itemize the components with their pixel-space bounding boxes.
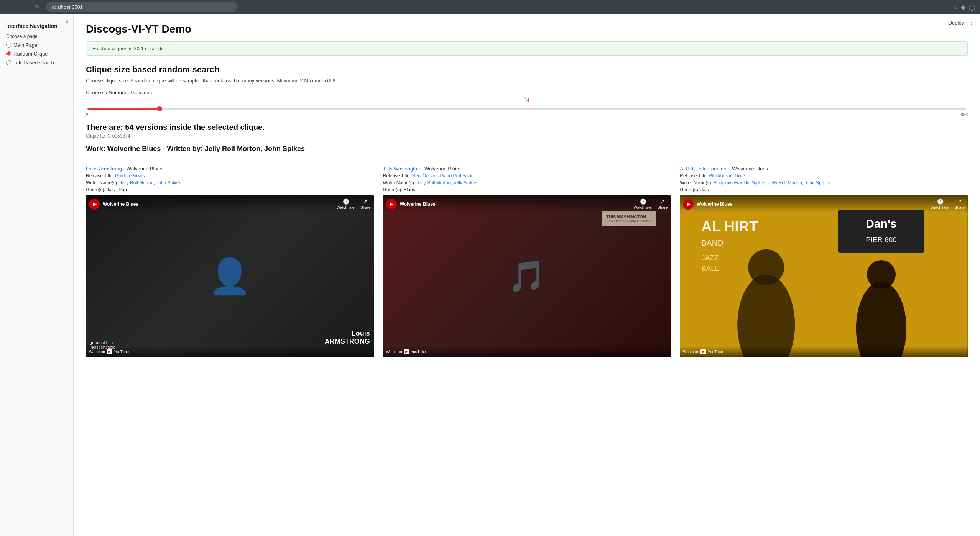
title-search-label: Title based search bbox=[13, 60, 54, 66]
card-2-genres: Genre(s): Blues bbox=[383, 187, 671, 192]
main-page-label: Main Page bbox=[13, 42, 37, 48]
sidebar-choose-label: Choose a page: bbox=[6, 34, 67, 39]
svg-rect-5 bbox=[838, 210, 924, 253]
random-clique-radio[interactable] bbox=[6, 51, 11, 56]
card-2-artist-link[interactable]: Tuts Washington bbox=[383, 166, 420, 172]
card-1-genres: Genre(s): Jazz, Pop bbox=[86, 187, 374, 192]
success-banner: Fetched cliques in 30.1 seconds. bbox=[86, 41, 968, 56]
deploy-button[interactable]: Deploy bbox=[945, 18, 967, 27]
card-2-artist: Tuts Washington - Wolverine Blues bbox=[383, 166, 671, 172]
card-3-watch-later-btn[interactable]: 🕐 Watch later bbox=[931, 198, 950, 210]
card-2-video-actions: 🕐 Watch later ↗ Share bbox=[633, 198, 668, 210]
yt-text: YouTube bbox=[114, 350, 129, 354]
watch-on-label-3: Watch on bbox=[683, 350, 699, 354]
deploy-bar: Deploy ⋮ bbox=[945, 18, 974, 27]
card-1-video-bottom: Watch on ▶ YouTube bbox=[86, 346, 374, 357]
card-1-release-link[interactable]: Golden Greats bbox=[115, 173, 145, 179]
card-1-video[interactable]: 👤 LouisARMSTRONG greatest hitsindispensa… bbox=[86, 195, 374, 357]
card-1-writer-2[interactable]: John Spikes bbox=[156, 180, 181, 185]
card-2-writer-1[interactable]: Jelly Roll Morton bbox=[416, 180, 451, 185]
card-2-video-title: Wolverine Blues bbox=[400, 202, 634, 207]
deploy-menu-icon[interactable]: ⋮ bbox=[968, 20, 974, 26]
bookmark-icon[interactable]: ☆ bbox=[952, 3, 958, 11]
card-3-video-actions: 🕐 Watch later ↗ Share bbox=[931, 198, 965, 210]
card-1-video-bg: 👤 LouisARMSTRONG greatest hitsindispensa… bbox=[86, 195, 374, 357]
back-button[interactable]: ← bbox=[5, 2, 15, 12]
card-1-video-title: Wolverine Blues bbox=[103, 202, 337, 207]
card-3-video[interactable]: Dan's PIER 600 AL HIRT BAND JAZZ BALL ▶ bbox=[680, 195, 968, 357]
card-2-yt-logo: Watch on ▶ YouTube bbox=[386, 349, 426, 354]
card-1-writer-1[interactable]: Jelly Roll Morton bbox=[120, 180, 154, 185]
svg-text:BALL: BALL bbox=[702, 264, 719, 272]
clock-icon: 🕐 bbox=[343, 198, 349, 205]
address-bar[interactable]: localhost:8501 bbox=[46, 2, 238, 12]
card-1-share-btn[interactable]: ↗ Share bbox=[360, 198, 371, 210]
main-page-radio[interactable] bbox=[6, 43, 11, 48]
browser-icons: ☆ ◆ ◯ bbox=[952, 3, 975, 11]
svg-point-2 bbox=[748, 249, 784, 285]
card-3-genres: Genre(s): Jazz bbox=[680, 187, 968, 192]
card-3-share-btn[interactable]: ↗ Share bbox=[954, 198, 965, 210]
clock-icon-3: 🕐 bbox=[937, 198, 944, 205]
card-2-video-top: ▶ Wolverine Blues 🕐 Watch later ↗ Share bbox=[383, 195, 671, 213]
sidebar-title: Interface Navigation bbox=[6, 23, 67, 29]
slider-label: Choose a Number of versions bbox=[86, 90, 968, 95]
card-1-text-overlay: LouisARMSTRONG bbox=[325, 329, 370, 346]
sidebar-close-button[interactable]: × bbox=[65, 18, 69, 25]
card-1-yt-logo: Watch on ▶ YouTube bbox=[89, 349, 129, 354]
browser-chrome: ← → ↻ localhost:8501 ☆ ◆ ◯ bbox=[0, 0, 980, 14]
forward-button[interactable]: → bbox=[18, 2, 29, 12]
extensions-icon[interactable]: ◆ bbox=[961, 3, 965, 11]
page-title: Discogs-VI-YT Demo bbox=[86, 23, 968, 35]
card-3-song: - Wolverine Blues bbox=[729, 166, 768, 172]
card-2-video[interactable]: 🎵 TUIS WASHINGTON New Orleans Piano Prof… bbox=[383, 195, 671, 357]
app-container: × Interface Navigation Choose a page: Ma… bbox=[0, 14, 980, 536]
clique-count: There are: 54 versions inside the select… bbox=[86, 123, 968, 132]
reload-button[interactable]: ↻ bbox=[32, 2, 43, 12]
card-1-artist-link[interactable]: Louis Armstrong bbox=[86, 166, 122, 172]
cards-grid: Louis Armstrong - Wolverine Blues Releas… bbox=[86, 166, 968, 357]
sidebar-item-main[interactable]: Main Page bbox=[6, 42, 67, 48]
card-3-yt-logo: Watch on ▶ YouTube bbox=[683, 349, 723, 354]
card-2-writer-2[interactable]: Jelly Spikes bbox=[453, 180, 477, 185]
card-2-video-bg: 🎵 TUIS WASHINGTON New Orleans Piano Prof… bbox=[383, 195, 671, 357]
title-search-radio[interactable] bbox=[6, 60, 11, 65]
youtube-icon: ▶ bbox=[107, 349, 112, 354]
card-1-video-actions: 🕐 Watch later ↗ Share bbox=[337, 198, 371, 210]
random-clique-label: Random Clique bbox=[13, 51, 48, 57]
versions-slider[interactable] bbox=[87, 108, 966, 110]
share-icon: ↗ bbox=[363, 198, 368, 205]
card-3-writers: Writer Name(s): Benjamin Franklin Spikes… bbox=[680, 180, 968, 185]
card-2-release-link[interactable]: New Orleans Piano Professor bbox=[412, 173, 473, 179]
work-title: Work: Wolverine Blues - Written by: Jell… bbox=[86, 145, 968, 153]
card-2-writers: Writer Name(s): Jelly Roll Morton, Jelly… bbox=[383, 180, 671, 185]
svg-text:JAZZ: JAZZ bbox=[702, 254, 719, 262]
card-3-video-title: Wolverine Blues bbox=[697, 202, 931, 207]
card-1-writers: Writer Name(s): Jelly Roll Morton, John … bbox=[86, 180, 374, 185]
card-1-share-label: Share bbox=[360, 205, 371, 210]
slider-wrapper bbox=[86, 105, 968, 111]
youtube-icon-2: ▶ bbox=[404, 349, 409, 354]
search-section-desc: Choose clique size. A random clique will… bbox=[86, 78, 968, 84]
profile-icon[interactable]: ◯ bbox=[968, 3, 975, 11]
svg-text:PIER 600: PIER 600 bbox=[866, 236, 897, 244]
sidebar-item-title[interactable]: Title based search bbox=[6, 60, 67, 66]
card-3-artist-link-2[interactable]: Pete Fountain bbox=[697, 166, 728, 172]
card-3-writer-1[interactable]: Benjamin Franklin Spikes bbox=[714, 180, 765, 185]
sidebar-item-random[interactable]: Random Clique bbox=[6, 51, 67, 57]
card-2-video-bottom: Watch on ▶ YouTube bbox=[383, 346, 671, 357]
url-text: localhost:8501 bbox=[51, 4, 83, 10]
slider-minmax: 2 658 bbox=[86, 112, 968, 117]
card-3-release-link[interactable]: Blockbustin' Dixie bbox=[709, 173, 745, 179]
card-1-song: - Wolverine Blues bbox=[123, 166, 163, 172]
card-3-writer-3[interactable]: John Spikes bbox=[805, 180, 830, 185]
main-content: Discogs-VI-YT Demo Fetched cliques in 30… bbox=[74, 14, 980, 536]
card-3-artist-link-1[interactable]: Al Hirt bbox=[680, 166, 693, 172]
card-3-writer-2[interactable]: Jelly Roll Morton bbox=[768, 180, 802, 185]
card-2-watch-later-btn[interactable]: 🕐 Watch later bbox=[633, 198, 653, 210]
card-2-share-btn[interactable]: ↗ Share bbox=[658, 198, 668, 210]
yt-text-2: YouTube bbox=[411, 350, 426, 354]
page-radio-group: Main Page Random Clique Title based sear… bbox=[6, 42, 67, 66]
card-1-watch-later-btn[interactable]: 🕐 Watch later bbox=[337, 198, 356, 210]
watch-on-label: Watch on bbox=[89, 350, 105, 354]
